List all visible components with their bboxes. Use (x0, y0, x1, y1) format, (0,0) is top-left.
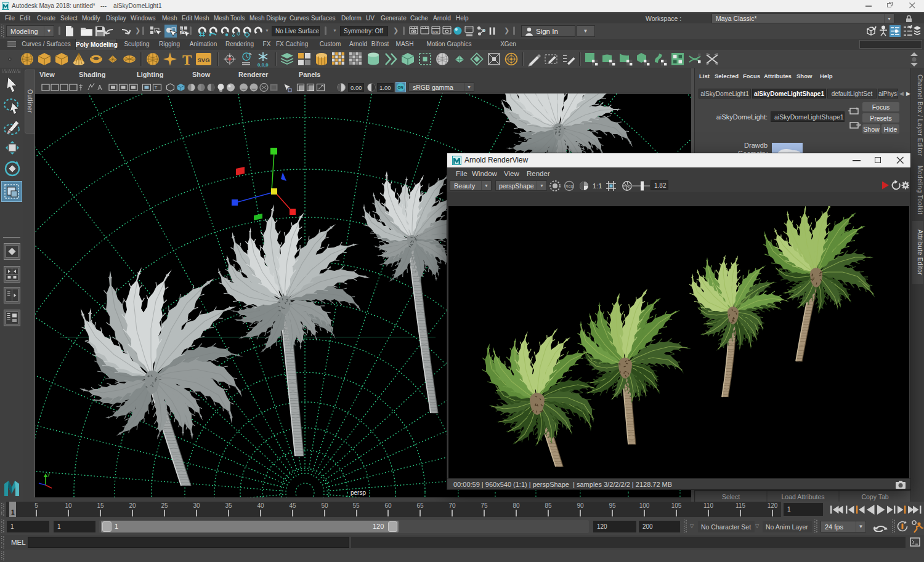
svg-text:75: 75 (480, 502, 488, 509)
svg-text:100: 100 (639, 502, 650, 509)
svg-text:IPR: IPR (432, 30, 438, 34)
svg-text:105: 105 (671, 502, 682, 509)
svg-text:70: 70 (448, 502, 456, 509)
svg-text:55: 55 (352, 502, 360, 509)
svg-text:85: 85 (545, 502, 552, 509)
svg-text:110: 110 (703, 502, 713, 509)
svg-text:T: T (182, 52, 192, 68)
svg-text:SVG: SVG (198, 57, 210, 63)
svg-text:120: 120 (768, 502, 778, 509)
svg-text:y: y (47, 472, 50, 477)
svg-text:80: 80 (513, 502, 520, 509)
svg-text:0,0,0: 0,0,0 (257, 62, 269, 68)
svg-text:40: 40 (257, 502, 264, 509)
svg-text:RGB: RGB (565, 185, 573, 188)
svg-text:10: 10 (65, 502, 72, 509)
svg-text:15: 15 (97, 502, 104, 509)
svg-text:60: 60 (384, 502, 392, 509)
svg-text:30: 30 (193, 502, 200, 509)
svg-text:65: 65 (416, 502, 424, 509)
svg-text:25: 25 (161, 502, 168, 509)
svg-text:115: 115 (736, 502, 745, 509)
svg-text:50: 50 (321, 502, 328, 509)
svg-text:T: T (155, 85, 158, 90)
svg-text:ON: ON (398, 86, 403, 89)
svg-text:45: 45 (289, 502, 296, 509)
svg-text:35: 35 (225, 502, 232, 509)
svg-text:95: 95 (609, 502, 616, 509)
svg-text:5: 5 (34, 502, 38, 509)
svg-text:1:1: 1:1 (593, 182, 602, 190)
svg-text:1: 1 (11, 509, 15, 516)
svg-text:90: 90 (577, 502, 584, 509)
svg-text:20: 20 (129, 502, 136, 509)
